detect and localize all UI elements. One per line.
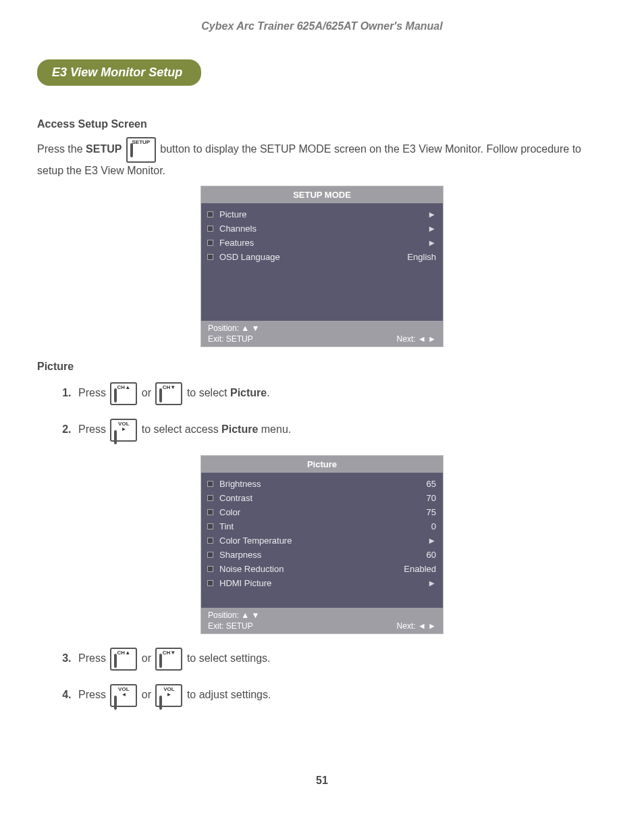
bullet-icon (208, 212, 213, 217)
key-screen-icon (159, 696, 162, 710)
key-label: SETUP (130, 140, 152, 145)
osd-row: Color 75 (201, 505, 443, 519)
osd-label: Contrast (219, 493, 427, 503)
osd-row: Tint 0 (201, 519, 443, 533)
ch-up-button-icon: CH▲ (110, 648, 137, 671)
picture-steps: Press CH▲ or CH▼ to select Picture. Pres… (37, 382, 607, 442)
osd-value: ► (427, 578, 436, 588)
step-1: Press CH▲ or CH▼ to select Picture. (74, 382, 607, 405)
key-screen-icon (114, 388, 117, 402)
bullet-icon (208, 581, 213, 585)
osd-title: SETUP MODE (201, 186, 443, 203)
ch-down-button-icon: CH▼ (155, 648, 182, 671)
text: to select settings. (187, 652, 271, 664)
setup-word: SETUP (86, 143, 122, 155)
running-header: Cybex Arc Trainer 625A/625AT Owner's Man… (37, 20, 607, 32)
key-label: CH▲ (114, 650, 133, 656)
osd-label: OSD Language (219, 252, 407, 262)
text: or (142, 387, 155, 398)
ch-down-button-icon: CH▼ (155, 382, 182, 405)
osd-footer-position: Position: ▲ ▼ (208, 610, 259, 620)
osd-value: ► (427, 238, 436, 248)
osd-label: Color Temperature (219, 536, 427, 546)
text: or (142, 689, 155, 700)
osd-value: English (407, 252, 436, 262)
ch-up-button-icon: CH▲ (110, 382, 137, 405)
key-screen-icon (114, 430, 117, 444)
osd-row: Noise Reduction Enabled (201, 562, 443, 576)
key-label: CH▼ (159, 385, 178, 390)
osd-setup-mode: SETUP MODE Picture ► Channels ► Features… (200, 186, 444, 347)
bullet-icon (208, 240, 213, 245)
osd-footer: Position: ▲ ▼ Exit: SETUP Next: ◄ ► (201, 321, 443, 346)
osd-value: 0 (431, 521, 436, 531)
osd-label: Color (219, 507, 427, 517)
text: Press (78, 652, 109, 664)
key-label: VOL► (114, 421, 133, 432)
picture-steps-continued: Press CH▲ or CH▼ to select settings. Pre… (37, 648, 607, 707)
bullet-icon (208, 481, 213, 486)
key-screen-icon (159, 654, 162, 668)
osd-label: HDMI Picture (219, 578, 427, 588)
osd-footer-next: Next: ◄ ► (397, 334, 436, 344)
bullet-icon (208, 538, 213, 543)
section-heading-lozenge: E3 View Monitor Setup (37, 59, 201, 86)
page-number: 51 (37, 775, 607, 787)
key-label: CH▼ (159, 650, 178, 656)
step-4: Press VOL◄ or VOL► to adjust settings. (74, 684, 607, 707)
picture-word: Picture (221, 423, 258, 435)
bullet-icon (208, 510, 213, 515)
bullet-icon (208, 524, 213, 529)
bullet-icon (208, 567, 213, 571)
osd-picture: Picture Brightness 65 Contrast 70 Color … (200, 455, 444, 634)
picture-heading: Picture (37, 361, 607, 373)
key-screen-icon (130, 143, 133, 157)
osd-value: 60 (427, 550, 436, 560)
osd-value: ► (427, 209, 436, 219)
osd-footer-exit: Exit: SETUP (208, 334, 253, 344)
text: Press (78, 689, 109, 700)
bullet-icon (208, 255, 213, 259)
setup-button-icon: SETUP (126, 137, 156, 163)
bullet-icon (208, 496, 213, 500)
vol-left-button-icon: VOL◄ (110, 684, 137, 707)
osd-title: Picture (201, 456, 443, 473)
step-2: Press VOL► to select access Picture menu… (74, 419, 607, 442)
osd-row: Picture ► (201, 207, 443, 221)
osd-value: 70 (427, 493, 436, 503)
bullet-icon (208, 226, 213, 231)
osd-row: Contrast 70 (201, 491, 443, 505)
osd-footer-exit: Exit: SETUP (208, 621, 253, 631)
osd-row: Color Temperature ► (201, 533, 443, 548)
osd-value: ► (427, 224, 436, 234)
text: to select access (142, 423, 221, 435)
osd-row: OSD Language English (201, 250, 443, 264)
osd-label: Features (219, 238, 427, 248)
key-label: CH▲ (114, 385, 133, 390)
osd-footer-next: Next: ◄ ► (397, 621, 436, 631)
key-screen-icon (114, 696, 117, 710)
osd-body: Picture ► Channels ► Features ► OSD Lang… (201, 203, 443, 321)
osd-value: ► (427, 536, 436, 546)
osd-label: Channels (219, 224, 427, 234)
text: to adjust settings. (187, 689, 271, 700)
text: Press (78, 387, 109, 398)
osd-body: Brightness 65 Contrast 70 Color 75 Tint … (201, 473, 443, 608)
osd-label: Brightness (219, 479, 427, 489)
osd-row: Brightness 65 (201, 477, 443, 491)
text: . (267, 387, 269, 398)
osd-label: Tint (219, 521, 431, 531)
osd-value: 65 (427, 479, 436, 489)
osd-row: Sharpness 60 (201, 548, 443, 562)
osd-row: HDMI Picture ► (201, 576, 443, 590)
bullet-icon (208, 552, 213, 557)
access-paragraph: Press the SETUP SETUP button to display … (37, 137, 607, 179)
osd-footer-position: Position: ▲ ▼ (208, 323, 259, 333)
osd-row: Features ► (201, 236, 443, 250)
osd-label: Noise Reduction (219, 564, 404, 574)
text: Press the (37, 143, 86, 155)
osd-value: 75 (427, 507, 436, 517)
key-screen-icon (114, 654, 117, 668)
vol-right-button-icon: VOL► (110, 419, 137, 442)
key-label: VOL◄ (114, 687, 133, 698)
